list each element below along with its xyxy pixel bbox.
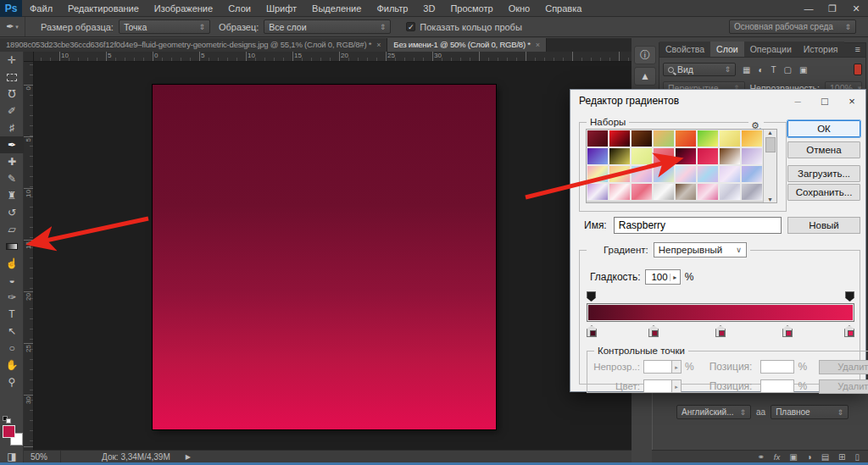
gradient-preset-23[interactable] <box>719 165 741 183</box>
gradient-preset-4[interactable] <box>653 130 675 147</box>
document-tab-1[interactable]: 18908c053d23cbe36ccd636f12f0d4e9–fluid-g… <box>0 38 387 52</box>
workspace-dropdown[interactable]: Основная рабочая среда ⇕ <box>729 19 856 34</box>
gradient-preset-28[interactable] <box>653 183 675 201</box>
filter-adjustment-layers-icon[interactable]: ◐ <box>758 65 763 75</box>
zoom-tool[interactable]: ⚲ <box>0 374 24 390</box>
menu-item-Изображение[interactable]: Изображение <box>147 0 220 17</box>
menu-item-Редактирование[interactable]: Редактирование <box>60 0 147 17</box>
move-tool[interactable]: ✛ <box>0 52 24 69</box>
panel-tab-Операции[interactable]: Операции <box>744 42 798 57</box>
menu-item-3D[interactable]: 3D <box>415 0 442 17</box>
gradient-preset-10[interactable] <box>609 147 631 165</box>
gradient-type-dropdown[interactable]: Непрерывный ∨ <box>654 242 747 257</box>
panel-tab-Свойства[interactable]: Свойства <box>659 42 710 57</box>
lasso-tool[interactable]: ℧ <box>0 86 24 102</box>
gradient-preset-31[interactable] <box>719 183 741 201</box>
gradient-preset-30[interactable] <box>697 183 719 201</box>
clone-stamp-tool[interactable]: ♜ <box>0 187 24 204</box>
path-selection-tool[interactable]: ↖ <box>0 323 24 340</box>
link-layers-icon[interactable]: ⚭ <box>757 452 764 462</box>
color-stop[interactable] <box>715 325 726 337</box>
panel-menu-icon[interactable]: ≡ <box>850 42 865 57</box>
filter-smart-objects-icon[interactable]: ▣ <box>799 65 807 75</box>
ellipse-tool[interactable]: ○ <box>0 340 24 357</box>
filter-kind-dropdown[interactable]: Вид ⇕ <box>663 63 736 76</box>
delete-opacity-stop-button[interactable]: Удалить <box>819 360 868 374</box>
default-colors-icon[interactable] <box>3 416 11 423</box>
scroll-up-icon[interactable]: ▲ <box>767 130 773 136</box>
gradient-name-input[interactable] <box>614 217 782 234</box>
presets-scrollbar[interactable]: ▲ ▼ <box>763 130 776 202</box>
gradient-preset-20[interactable] <box>653 165 675 183</box>
ok-button[interactable]: ОК <box>787 120 860 137</box>
color-stop[interactable] <box>844 325 854 337</box>
stop-opacity-field[interactable] <box>643 360 672 374</box>
new-layer-icon[interactable]: ⊞ <box>838 452 845 462</box>
brush-tool[interactable]: ✎ <box>0 170 24 187</box>
minimize-button[interactable]: — <box>797 0 821 17</box>
quick-selection-tool[interactable]: ✐ <box>0 102 24 119</box>
stop-color-swatch[interactable] <box>643 379 672 393</box>
gradient-preset-19[interactable] <box>631 165 653 183</box>
scrollbar-thumb[interactable] <box>765 137 776 152</box>
panel-tab-История[interactable]: История <box>798 42 844 57</box>
language-dropdown[interactable]: Английский... ⇕ <box>676 405 751 419</box>
anti-alias-dropdown[interactable]: Плавное ⇕ <box>771 405 849 419</box>
menu-item-Слои[interactable]: Слои <box>220 0 259 17</box>
crop-tool[interactable]: ♯ <box>0 119 24 136</box>
current-tool-preview[interactable]: ✒ ▾ <box>0 17 25 36</box>
menu-item-Справка[interactable]: Справка <box>537 0 589 17</box>
layer-group-icon[interactable]: ▤ <box>821 452 829 462</box>
stop-position-field[interactable] <box>760 379 794 393</box>
dialog-maximize-button[interactable]: □ <box>811 90 838 112</box>
histogram-panel-icon[interactable]: ▲ <box>634 67 656 86</box>
gradient-preset-29[interactable] <box>675 183 697 201</box>
spot-healing-brush-tool[interactable]: ✚ <box>0 153 24 170</box>
save-button[interactable]: Сохранить... <box>787 184 860 201</box>
hand-tool[interactable]: ✋ <box>0 357 24 374</box>
gradient-preset-17[interactable] <box>587 165 609 183</box>
delete-layer-icon[interactable]: ▯ <box>854 452 860 462</box>
gradient-preset-16[interactable] <box>741 147 763 165</box>
panel-tab-Слои[interactable]: Слои <box>710 42 744 57</box>
history-brush-tool[interactable]: ↺ <box>0 204 24 221</box>
dodge-tool[interactable]: ◒ <box>0 272 24 289</box>
eraser-tool[interactable]: ▱ <box>0 221 24 238</box>
gradient-preset-21[interactable] <box>675 165 697 183</box>
smoothness-input[interactable] <box>646 272 670 282</box>
menu-item-Фильтр[interactable]: Фильтр <box>369 0 415 17</box>
pen-tool[interactable]: ✑ <box>0 289 24 306</box>
layer-mask-icon[interactable]: ▣ <box>789 452 797 462</box>
menu-item-Файл[interactable]: Файл <box>22 0 60 17</box>
spinner-icon[interactable]: ▸ <box>670 274 680 281</box>
gradient-preset-27[interactable] <box>631 183 653 201</box>
gradient-preset-18[interactable] <box>609 165 631 183</box>
info-panel-icon[interactable]: ⓘ <box>634 46 656 64</box>
dialog-minimize-button[interactable]: – <box>784 90 811 112</box>
filter-type-layers-icon[interactable]: T <box>771 65 776 75</box>
tab-close-icon[interactable]: × <box>536 38 540 52</box>
gradient-preset-11[interactable] <box>631 147 653 165</box>
gradient-preview-bar[interactable] <box>587 303 854 322</box>
gradient-preset-1[interactable] <box>587 130 609 147</box>
delete-color-stop-button[interactable]: Удалить <box>819 379 868 394</box>
layer-filter-toggle[interactable] <box>854 64 862 75</box>
gradient-preset-7[interactable] <box>719 130 741 147</box>
gradient-preset-13[interactable] <box>675 147 697 165</box>
color-stop[interactable] <box>782 325 793 337</box>
gradient-preset-14[interactable] <box>697 147 719 165</box>
vertical-ruler[interactable]: 051015202530 <box>24 62 34 450</box>
dialog-close-button[interactable]: × <box>838 90 865 112</box>
eyedropper-tool[interactable]: ✒ <box>0 136 24 153</box>
filter-shape-layers-icon[interactable]: ▢ <box>784 65 792 75</box>
gradient-preset-12[interactable] <box>653 147 675 165</box>
cancel-button[interactable]: Отмена <box>787 141 860 158</box>
gradient-preset-8[interactable] <box>741 130 763 147</box>
layer-style-icon[interactable]: fx <box>774 452 780 462</box>
foreground-color-swatch[interactable] <box>3 425 15 438</box>
gradient-preset-6[interactable] <box>697 130 719 147</box>
spinner-icon[interactable]: ▸ <box>672 360 682 374</box>
gradient-preset-25[interactable] <box>587 183 609 201</box>
ruler-corner[interactable] <box>24 52 34 62</box>
tab-close-icon[interactable]: × <box>376 38 381 52</box>
